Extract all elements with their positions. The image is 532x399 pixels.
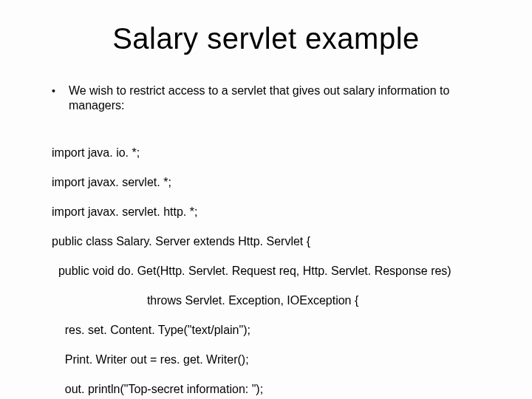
code-line: public class Salary. Server extends Http… <box>52 234 488 249</box>
slide-title: Salary servlet example <box>44 22 488 55</box>
code-line: import javax. servlet. *; <box>52 175 488 190</box>
code-line: public void do. Get(Http. Servlet. Reque… <box>52 264 488 279</box>
code-line: Print. Writer out = res. get. Writer(); <box>52 352 488 367</box>
code-line: out. println("Top-secret information: ")… <box>52 382 488 397</box>
code-block: import java. io. *; import javax. servle… <box>44 131 488 399</box>
code-line: throws Servlet. Exception, IOException { <box>52 293 488 308</box>
bullet-item: • We wish to restrict access to a servle… <box>44 83 488 113</box>
bullet-marker: • <box>52 83 55 98</box>
code-line: import java. io. *; <box>52 146 488 160</box>
code-line: import javax. servlet. http. *; <box>52 205 488 219</box>
code-line: res. set. Content. Type("text/plain"); <box>52 323 488 338</box>
bullet-text: We wish to restrict access to a servlet … <box>69 83 488 113</box>
